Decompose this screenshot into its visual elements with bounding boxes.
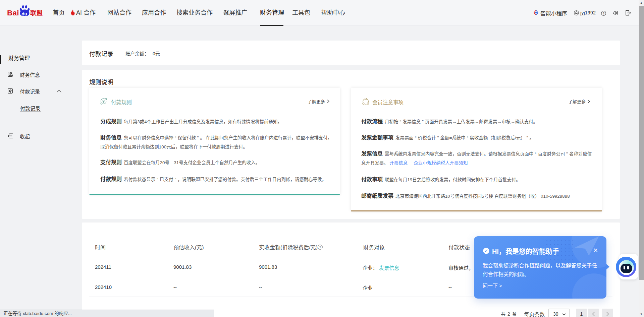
- svg-text:du: du: [21, 11, 27, 16]
- svg-text:?: ?: [603, 12, 604, 15]
- svg-text:?: ?: [319, 245, 321, 249]
